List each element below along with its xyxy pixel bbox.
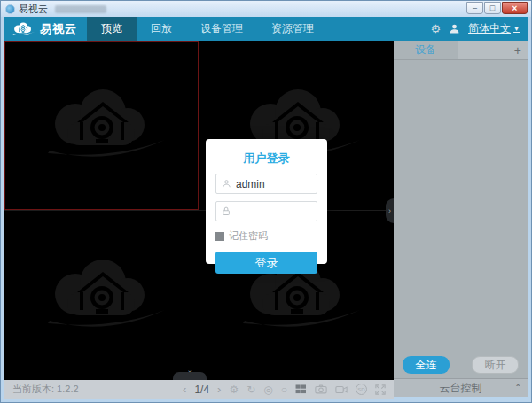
tab-resource-management[interactable]: 资源管理 — [257, 17, 328, 41]
lock-icon — [222, 205, 231, 217]
window-controls: – □ × — [466, 2, 528, 14]
connection-buttons: 全连 断开 — [394, 352, 528, 378]
next-page-icon[interactable]: › — [217, 384, 221, 395]
ptz-control-bar[interactable]: 云台控制 ˆ — [394, 378, 528, 397]
main-tabs: 预览 回放 设备管理 资源管理 — [87, 17, 328, 41]
video-grid: ˇ › — [4, 41, 394, 380]
watermark-logo-icon — [35, 253, 168, 337]
user-outline-icon — [222, 178, 231, 190]
cycle-settings-gear-icon[interactable]: ⚙ — [229, 384, 239, 395]
remember-label: 记住密码 — [229, 229, 268, 243]
brand-name: 易视云 — [40, 21, 77, 37]
device-list-empty — [394, 60, 528, 352]
maximize-button[interactable]: □ — [484, 2, 501, 14]
brand: 易视云 — [4, 17, 87, 41]
record-video-icon[interactable] — [335, 385, 348, 394]
prev-page-icon[interactable]: ‹ — [183, 384, 186, 395]
tab-playback[interactable]: 回放 — [137, 17, 186, 41]
chevron-right-icon: › — [388, 206, 391, 215]
language-label: 简体中文 — [468, 21, 511, 36]
tab-device-management[interactable]: 设备管理 — [186, 17, 257, 41]
brand-logo-icon — [11, 21, 35, 37]
ptz-control-label: 云台控制 — [440, 381, 482, 396]
sidebar-tabs: 设备 + — [394, 41, 528, 60]
login-dialog: 用户登录 记住密码 登录 — [206, 139, 327, 264]
grid-layout-icon[interactable] — [295, 384, 307, 394]
chevron-down-icon: ˇ — [188, 372, 191, 379]
minimize-button[interactable]: – — [466, 2, 483, 14]
tab-preview[interactable]: 预览 — [87, 17, 137, 41]
app-icon — [5, 4, 15, 14]
connect-all-button[interactable]: 全连 — [403, 356, 450, 374]
language-selector[interactable]: 简体中文 ▼ — [468, 21, 520, 36]
video-pane-3[interactable] — [4, 211, 199, 380]
window-title: 易视云 — [19, 3, 48, 16]
chevron-up-icon: ˆ — [516, 383, 520, 393]
user-icon[interactable] — [449, 23, 460, 35]
tab-device[interactable]: 设备 — [394, 41, 458, 59]
circle-icon[interactable]: ○ — [281, 384, 287, 395]
sd-card-icon[interactable]: SD — [356, 384, 367, 395]
remember-checkbox[interactable] — [215, 232, 224, 241]
close-button[interactable]: × — [502, 2, 528, 14]
toolbar-icons: ‹ 1/4 › ⚙ ↻ ◎ ○ SD — [183, 384, 386, 396]
record-indicator-icon[interactable]: ◎ — [263, 384, 272, 395]
remember-password-row: 记住密码 — [215, 229, 317, 243]
password-field-wrap — [215, 201, 317, 221]
username-field-wrap — [215, 174, 317, 194]
add-device-button[interactable]: + — [514, 44, 521, 57]
sidebar-collapse-handle[interactable]: › — [386, 198, 394, 223]
page-indicator: 1/4 — [194, 384, 209, 396]
auto-cycle-icon[interactable]: ↻ — [246, 384, 255, 395]
nav-right: ⚙ 简体中文 ▼ — [430, 17, 528, 41]
username-input[interactable] — [236, 178, 311, 190]
device-sidebar: 设备 + 全连 断开 云台控制 ˆ — [394, 41, 528, 397]
nav-bar: 易视云 预览 回放 设备管理 资源管理 ⚙ 简体中文 ▼ — [4, 17, 528, 41]
watermark-logo-icon — [35, 83, 168, 167]
app-window: 易视云 – □ × 易视云 预览 回放 设备管理 资源管理 ⚙ 简体中文 ▼ — [0, 0, 532, 403]
version-label: 当前版本: 1.2.2 — [12, 383, 79, 396]
titlebar: 易视云 – □ × — [1, 1, 531, 17]
video-pane-1[interactable] — [4, 41, 199, 210]
login-title: 用户登录 — [206, 151, 327, 167]
fullscreen-icon[interactable] — [375, 384, 386, 395]
redacted-title-text — [55, 5, 106, 13]
login-button[interactable]: 登录 — [215, 252, 317, 274]
chevron-down-icon: ▼ — [513, 26, 520, 32]
snapshot-camera-icon[interactable] — [315, 384, 327, 394]
disconnect-button[interactable]: 断开 — [472, 356, 519, 374]
sidebar-tab-strip: + — [458, 41, 528, 59]
bottom-toolbar: 当前版本: 1.2.2 ‹ 1/4 › ⚙ ↻ ◎ ○ SD — [4, 380, 394, 399]
toolbar-collapse-handle[interactable]: ˇ — [173, 372, 207, 380]
settings-gear-icon[interactable]: ⚙ — [430, 23, 441, 35]
password-input[interactable] — [235, 205, 311, 218]
